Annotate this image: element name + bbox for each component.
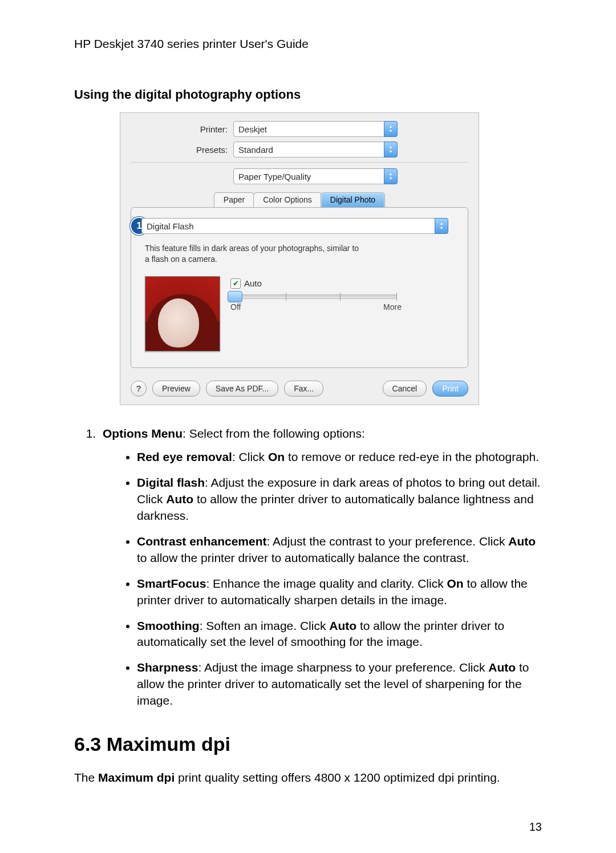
bullet-text: to remove or reduce red-eye in the photo… <box>285 450 539 463</box>
doc-header: HP Deskjet 3740 series printer User's Gu… <box>74 37 542 51</box>
bullet-text: : Click <box>232 450 268 463</box>
p-text: print quality setting offers 4800 x 1200… <box>175 771 500 784</box>
photo-preview <box>145 276 220 351</box>
dropdown-arrow-icon[interactable] <box>384 168 398 184</box>
bullet-bold: Auto <box>166 492 193 506</box>
dropdown-arrow-icon[interactable] <box>435 218 448 234</box>
save-as-pdf-button[interactable]: Save As PDF... <box>206 381 278 397</box>
bullet-bold: Digital flash <box>137 476 205 489</box>
printer-value: Deskjet <box>238 124 267 134</box>
divider <box>131 162 468 163</box>
bullet-bold: Auto <box>488 661 516 674</box>
dropdown-arrow-icon[interactable] <box>384 142 398 157</box>
bullet-text: : Adjust the image sharpness to your pre… <box>198 661 488 674</box>
fax-button[interactable]: Fax... <box>284 381 323 397</box>
bullet-text: : Adjust the contrast to your preference… <box>267 535 509 548</box>
bullet-text: to allow the printer driver to automatic… <box>137 551 469 564</box>
bullet-bold: On <box>447 577 464 590</box>
tab-paper[interactable]: Paper <box>214 192 254 208</box>
flash-slider[interactable] <box>230 294 397 299</box>
bullet-smoothing: Smoothing: Soften an image. Click Auto t… <box>137 618 542 651</box>
options-menu-bold: Options Menu <box>103 427 183 440</box>
bullet-red-eye: Red eye removal: Click On to remove or r… <box>137 449 542 466</box>
bullet-digital-flash: Digital flash: Adjust the exposure in da… <box>137 475 542 524</box>
bullet-text: : Soften an image. Click <box>200 619 330 632</box>
presets-label: Presets: <box>131 145 233 155</box>
digital-flash-description: This feature fills in dark areas of your… <box>145 243 362 265</box>
bullet-bold: Auto <box>508 535 536 548</box>
print-dialog: Printer: Deskjet Presets: Standard Paper… <box>120 112 479 405</box>
printer-label: Printer: <box>131 124 233 134</box>
p-text: The <box>74 771 98 784</box>
preview-button[interactable]: Preview <box>152 381 200 397</box>
dropdown-arrow-icon[interactable] <box>384 121 398 137</box>
slider-min-label: Off <box>230 302 241 312</box>
bullet-bold: Sharpness <box>137 661 198 674</box>
print-button[interactable]: Print <box>432 381 468 397</box>
p-bold: Maximum dpi <box>98 771 175 784</box>
bullet-contrast: Contrast enhancement: Adjust the contras… <box>137 533 542 567</box>
body-text: Options Menu: Select from the following … <box>74 426 542 786</box>
bullet-bold: Auto <box>329 619 356 632</box>
tab-digital-photo[interactable]: Digital Photo <box>321 192 385 208</box>
options-menu-text: : Select from the following options: <box>183 427 365 440</box>
panel-select[interactable]: Paper Type/Quality <box>233 168 398 184</box>
auto-checkbox-label: Auto <box>244 278 262 288</box>
bullet-text: : Enhance the image quality and clarity.… <box>206 577 447 590</box>
bullet-bold: Smoothing <box>137 619 200 632</box>
slider-thumb[interactable] <box>228 291 242 302</box>
help-button[interactable]: ? <box>131 381 147 397</box>
printer-select[interactable]: Deskjet <box>233 121 398 137</box>
cancel-button[interactable]: Cancel <box>383 381 427 397</box>
tabs: Paper Color Options Digital Photo <box>131 192 468 208</box>
section-6-3-heading: 6.3 Maximum dpi <box>74 731 542 758</box>
bullet-smartfocus: SmartFocus: Enhance the image quality an… <box>137 576 542 609</box>
bullet-text: to allow the printer driver to automatic… <box>137 492 534 522</box>
page-number: 13 <box>529 820 542 834</box>
options-menu-value: Digital Flash <box>147 221 194 231</box>
bullet-sharpness: Sharpness: Adjust the image sharpness to… <box>137 660 542 709</box>
presets-value: Standard <box>238 145 273 155</box>
slider-max-label: More <box>383 302 402 312</box>
digital-photo-panel: 1 Digital Flash This feature fills in da… <box>131 207 468 368</box>
panel-value: Paper Type/Quality <box>238 172 311 181</box>
options-menu-select[interactable]: Digital Flash <box>141 218 448 234</box>
list-item: Options Menu: Select from the following … <box>99 426 542 710</box>
bullet-bold: Contrast enhancement <box>137 535 267 548</box>
section-6-3-paragraph: The Maximum dpi print quality setting of… <box>74 770 542 786</box>
presets-select[interactable]: Standard <box>233 142 398 157</box>
tab-color-options[interactable]: Color Options <box>253 192 322 208</box>
bullet-bold: Red eye removal <box>137 450 232 463</box>
bullet-bold: SmartFocus <box>137 577 206 590</box>
auto-checkbox[interactable] <box>230 278 241 289</box>
subheading: Using the digital photography options <box>74 87 542 102</box>
bullet-bold: On <box>268 450 285 463</box>
